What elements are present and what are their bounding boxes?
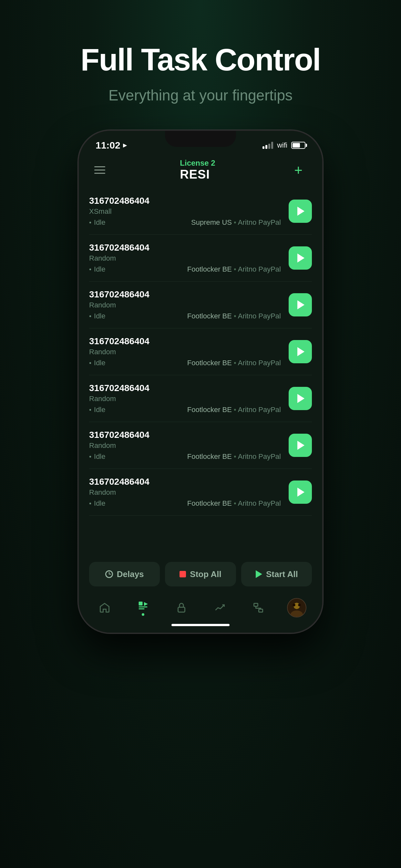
task-id: 316702486404 (89, 243, 281, 253)
nav-lock[interactable] (165, 602, 197, 614)
svg-rect-5 (254, 603, 258, 607)
timer-icon (105, 570, 113, 578)
phone-screen: 11:02 ▸ wifi (79, 131, 322, 632)
task-id: 316702486404 (89, 196, 281, 206)
task-status: Idle (94, 265, 105, 274)
signal-icon (263, 142, 273, 149)
stop-icon (180, 571, 186, 578)
task-play-button[interactable] (289, 387, 312, 410)
task-play-button[interactable] (289, 293, 312, 316)
status-dot: • (89, 360, 91, 367)
menu-button[interactable] (94, 166, 105, 174)
svg-rect-2 (138, 607, 147, 608)
task-size: Random (89, 348, 281, 356)
status-dot: • (89, 406, 91, 414)
stop-all-button[interactable]: Stop All (165, 562, 236, 586)
nav-profile[interactable] (281, 598, 313, 617)
task-info: 316702486404 Random • Idle Footlocker BE… (89, 430, 281, 461)
task-size: Random (89, 395, 281, 403)
task-play-button[interactable] (289, 340, 312, 363)
start-all-button[interactable]: Start All (241, 562, 312, 586)
task-play-button[interactable] (289, 246, 312, 270)
license-label: License 2 (180, 159, 215, 167)
bottom-nav (79, 593, 322, 620)
task-size: XSmall (89, 207, 281, 216)
task-meta: • Idle Footlocker BE • Aritno PayPal (89, 453, 281, 461)
task-info: 316702486404 Random • Idle Footlocker BE… (89, 476, 281, 507)
task-info: 316702486404 Random • Idle Footlocker BE… (89, 243, 281, 274)
task-status: Idle (94, 312, 105, 320)
profile-avatar (287, 598, 306, 617)
svg-point-10 (292, 603, 295, 606)
task-store: Footlocker BE • Aritno PayPal (187, 265, 281, 274)
svg-marker-1 (144, 602, 148, 606)
svg-rect-3 (138, 609, 144, 609)
task-info: 316702486404 Random • Idle Footlocker BE… (89, 289, 281, 320)
start-label: Start All (266, 569, 298, 579)
task-meta: • Idle Supreme US • Aritno PayPal (89, 218, 281, 227)
nav-proxies[interactable] (242, 602, 274, 614)
task-meta: • Idle Footlocker BE • Aritno PayPal (89, 312, 281, 320)
notch (165, 131, 236, 147)
status-dot: • (89, 219, 91, 226)
svg-rect-6 (258, 609, 263, 612)
hero-subtitle: Everything at your fingertips (109, 87, 292, 104)
phone-mockup: 11:02 ▸ wifi (78, 130, 323, 633)
wifi-icon: wifi (277, 141, 287, 150)
status-dot: • (89, 313, 91, 320)
task-status: Idle (94, 499, 105, 507)
app-header: License 2 RESI + (79, 153, 322, 188)
svg-rect-4 (178, 608, 185, 612)
add-task-button[interactable]: + (290, 162, 307, 179)
plus-icon: + (294, 163, 303, 177)
status-icons: wifi (263, 141, 305, 150)
task-item: 316702486404 XSmall • Idle Supreme US • … (89, 188, 312, 235)
tasks-icon (137, 600, 149, 611)
action-bar: Delays Stop All Start All (79, 555, 322, 593)
play-icon (297, 300, 305, 309)
task-meta: • Idle Footlocker BE • Aritno PayPal (89, 499, 281, 507)
task-status: Idle (94, 359, 105, 367)
play-icon (297, 488, 305, 497)
task-store: Footlocker BE • Aritno PayPal (187, 453, 281, 461)
task-item: 316702486404 Random • Idle Footlocker BE… (89, 329, 312, 375)
status-bar: 11:02 ▸ wifi (79, 131, 322, 153)
play-icon (297, 347, 305, 356)
task-size: Random (89, 488, 281, 497)
task-play-button[interactable] (289, 480, 312, 504)
task-id: 316702486404 (89, 336, 281, 346)
delays-button[interactable]: Delays (89, 562, 160, 586)
nav-analytics[interactable] (204, 602, 236, 614)
play-icon (297, 253, 305, 262)
nav-active-indicator (142, 613, 144, 616)
task-status: Idle (94, 218, 105, 227)
svg-rect-0 (138, 601, 143, 606)
delays-label: Delays (117, 569, 144, 579)
task-item: 316702486404 Random • Idle Footlocker BE… (89, 282, 312, 329)
task-id: 316702486404 (89, 476, 281, 487)
task-store: Footlocker BE • Aritno PayPal (187, 406, 281, 414)
task-status: Idle (94, 406, 105, 414)
battery-icon (291, 142, 305, 149)
app-title: RESI (180, 167, 210, 182)
task-meta: • Idle Footlocker BE • Aritno PayPal (89, 406, 281, 414)
play-icon (297, 441, 305, 450)
task-store: Footlocker BE • Aritno PayPal (187, 359, 281, 367)
task-play-button[interactable] (289, 199, 312, 223)
nav-tasks[interactable] (127, 600, 159, 616)
hero-title: Full Task Control (81, 42, 320, 78)
task-info: 316702486404 XSmall • Idle Supreme US • … (89, 196, 281, 227)
task-store: Supreme US • Aritno PayPal (191, 218, 281, 227)
task-item: 316702486404 Random • Idle Footlocker BE… (89, 235, 312, 282)
task-store: Footlocker BE • Aritno PayPal (187, 312, 281, 320)
task-size: Random (89, 301, 281, 309)
task-meta: • Idle Footlocker BE • Aritno PayPal (89, 265, 281, 274)
task-status: Idle (94, 453, 105, 461)
task-id: 316702486404 (89, 430, 281, 440)
status-time: 11:02 ▸ (96, 140, 127, 151)
nav-home[interactable] (89, 602, 121, 614)
play-icon (297, 207, 305, 216)
play-icon (297, 394, 305, 403)
task-play-button[interactable] (289, 434, 312, 457)
task-meta: • Idle Footlocker BE • Aritno PayPal (89, 359, 281, 367)
